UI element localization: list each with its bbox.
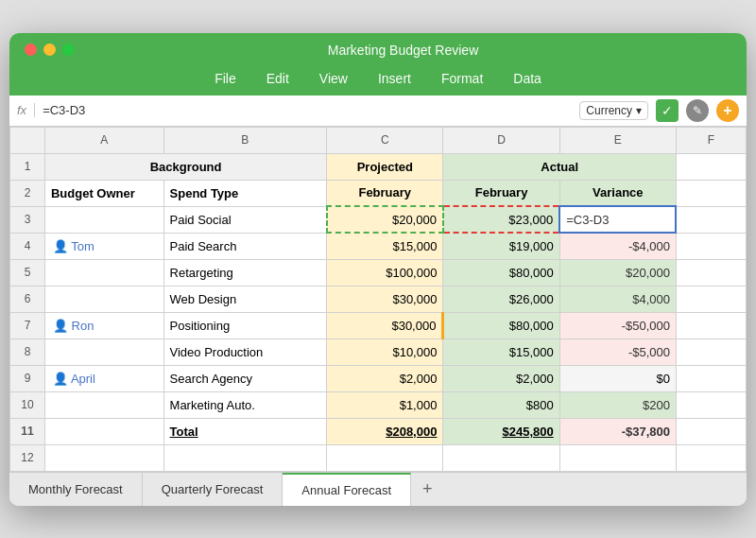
cell-d9[interactable]: $2,000: [443, 365, 559, 391]
cell-a1[interactable]: Background: [44, 153, 326, 180]
cell-b8[interactable]: Video Production: [163, 338, 327, 365]
cell-e10[interactable]: $200: [559, 391, 676, 418]
formula-bar-controls: Currency ▾ ✓ ✎ +: [579, 99, 739, 122]
maximize-button[interactable]: [62, 43, 75, 56]
cell-a4[interactable]: 👤 Tom: [44, 233, 163, 259]
add-formula-button[interactable]: +: [716, 99, 739, 122]
cell-c8[interactable]: $10,000: [327, 338, 443, 365]
cell-c6[interactable]: $30,000: [327, 286, 443, 312]
cell-a7[interactable]: 👤 Ron: [44, 312, 163, 338]
close-button[interactable]: [25, 43, 37, 56]
cell-c3[interactable]: $20,000: [327, 206, 443, 233]
cell-d3[interactable]: $23,000: [443, 206, 559, 233]
cell-d12[interactable]: [443, 444, 559, 471]
cell-c4[interactable]: $15,000: [327, 233, 443, 259]
confirm-button[interactable]: ✓: [656, 99, 679, 122]
row-12: 12: [10, 444, 747, 471]
cell-e9[interactable]: $0: [559, 365, 676, 391]
col-header-d[interactable]: D: [443, 127, 559, 153]
cell-e8[interactable]: -$5,000: [559, 338, 676, 365]
cell-a8[interactable]: [44, 338, 163, 365]
cell-f7[interactable]: [676, 312, 746, 338]
cell-b12[interactable]: [163, 444, 327, 471]
cell-e11[interactable]: -$37,800: [559, 418, 676, 444]
cell-c1[interactable]: Projected: [327, 153, 443, 180]
cell-a12[interactable]: [44, 444, 163, 471]
row-3: 3 Paid Social $20,000 $23,000 =C3-D3: [10, 206, 747, 233]
currency-dropdown[interactable]: Currency ▾: [579, 101, 648, 120]
col-header-f[interactable]: F: [676, 127, 746, 153]
menu-view[interactable]: View: [314, 69, 353, 88]
add-tab-button[interactable]: +: [411, 473, 444, 506]
cell-a2[interactable]: Budget Owner: [44, 180, 163, 206]
cell-a10[interactable]: [44, 391, 163, 418]
pen-button[interactable]: ✎: [686, 99, 709, 122]
cell-c5[interactable]: $100,000: [327, 259, 443, 286]
cell-f1[interactable]: [676, 153, 746, 180]
formula-input[interactable]: [43, 103, 572, 117]
cell-b3[interactable]: Paid Social: [163, 206, 327, 233]
cell-d11[interactable]: $245,800: [443, 418, 559, 444]
row-11: 11 Total $208,000 $245,800 -$37,800: [10, 418, 747, 444]
col-header-c[interactable]: C: [327, 127, 443, 153]
cell-c11[interactable]: $208,000: [327, 418, 443, 444]
menu-insert[interactable]: Insert: [372, 69, 417, 88]
cell-a9[interactable]: 👤 April: [44, 365, 163, 391]
col-header-a[interactable]: A: [44, 127, 163, 153]
cell-a5[interactable]: [44, 259, 163, 286]
cell-c9[interactable]: $2,000: [327, 365, 443, 391]
tab-quarterly-forecast[interactable]: Quarterly Forecast: [143, 473, 284, 506]
menu-data[interactable]: Data: [507, 69, 547, 88]
tab-monthly-forecast[interactable]: Monthly Forecast: [9, 473, 143, 506]
cell-c12[interactable]: [327, 444, 443, 471]
cell-a3[interactable]: [44, 206, 163, 233]
menu-format[interactable]: Format: [436, 69, 489, 88]
cell-d4[interactable]: $19,000: [443, 233, 559, 259]
cell-f2[interactable]: [676, 180, 746, 206]
cell-e3[interactable]: =C3-D3: [559, 206, 676, 233]
cell-a6[interactable]: [44, 286, 163, 312]
cell-f4[interactable]: [676, 233, 746, 259]
cell-f9[interactable]: [676, 365, 746, 391]
cell-f6[interactable]: [676, 286, 746, 312]
title-bar: Marketing Budget Review File Edit View I…: [9, 33, 747, 95]
col-header-b[interactable]: B: [163, 127, 327, 153]
menu-edit[interactable]: Edit: [261, 69, 295, 88]
cell-b9[interactable]: Search Agency: [163, 365, 327, 391]
menu-file[interactable]: File: [209, 69, 242, 88]
cell-d8[interactable]: $15,000: [443, 338, 559, 365]
cell-f10[interactable]: [676, 391, 746, 418]
cell-b10[interactable]: Marketing Auto.: [163, 391, 327, 418]
cell-b2[interactable]: Spend Type: [163, 180, 327, 206]
cell-b6[interactable]: Web Design: [163, 286, 327, 312]
cell-b11[interactable]: Total: [163, 418, 327, 444]
col-header-e[interactable]: E: [559, 127, 676, 153]
row-num-11: 11: [10, 418, 45, 444]
cell-c7[interactable]: $30,000: [327, 312, 443, 338]
cell-d10[interactable]: $800: [443, 391, 559, 418]
cell-a11[interactable]: [44, 418, 163, 444]
cell-f5[interactable]: [676, 259, 746, 286]
cell-b4[interactable]: Paid Search: [163, 233, 327, 259]
cell-e6[interactable]: $4,000: [559, 286, 676, 312]
cell-d5[interactable]: $80,000: [443, 259, 559, 286]
cell-d2[interactable]: February: [443, 180, 559, 206]
cell-d6[interactable]: $26,000: [443, 286, 559, 312]
cell-e4[interactable]: -$4,000: [559, 233, 676, 259]
cell-f8[interactable]: [676, 338, 746, 365]
cell-c2[interactable]: February: [327, 180, 443, 206]
cell-b7[interactable]: Positioning: [163, 312, 327, 338]
tab-annual-forecast[interactable]: Annual Forecast: [283, 473, 411, 506]
cell-e7[interactable]: -$50,000: [559, 312, 676, 338]
cell-c10[interactable]: $1,000: [327, 391, 443, 418]
cell-f11[interactable]: [676, 418, 746, 444]
minimize-button[interactable]: [43, 43, 56, 56]
cell-e5[interactable]: $20,000: [559, 259, 676, 286]
cell-e2[interactable]: Variance: [559, 180, 676, 206]
cell-f12[interactable]: [676, 444, 746, 471]
cell-f3[interactable]: [676, 206, 746, 233]
cell-d7[interactable]: $80,000: [443, 312, 559, 338]
cell-d1[interactable]: Actual: [443, 153, 677, 180]
cell-b5[interactable]: Retargeting: [163, 259, 327, 286]
cell-e12[interactable]: [559, 444, 676, 471]
